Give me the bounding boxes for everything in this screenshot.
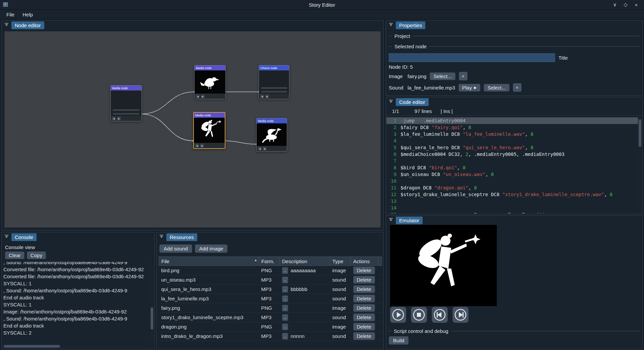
description-edit-button[interactable]: ..	[282, 324, 288, 330]
stop-button[interactable]	[411, 307, 427, 323]
node-next-icon[interactable]: ▶	[265, 95, 269, 98]
delete-button[interactable]: Delete	[353, 332, 375, 340]
resource-row[interactable]: bird.pngPNG..aaaaaaaaaimageDelete	[159, 266, 382, 275]
panel-title-code-editor[interactable]: Code editor	[396, 98, 429, 106]
console-dock-header[interactable]: Console	[2, 232, 155, 242]
image-select-button[interactable]: Select...	[430, 72, 455, 80]
resource-row[interactable]: un_oiseau.mp3MP3..soundDelete	[159, 275, 382, 285]
resource-row[interactable]: qui_sera_le_hero.mp3MP3..bbbbbbsoundDele…	[159, 285, 382, 294]
resource-row[interactable]: story1_drako_luminelle_sceptre.mp3MP3..s…	[159, 313, 382, 322]
resource-description-cell: ..	[280, 313, 330, 322]
resources-dock-header[interactable]: Resources	[157, 232, 383, 242]
image-clear-button[interactable]: ×	[459, 72, 468, 80]
console-vscroll-thumb[interactable]	[151, 307, 153, 330]
panel-title-properties[interactable]: Properties	[396, 21, 425, 29]
resource-type: sound	[330, 332, 351, 341]
maximize-button[interactable]: ◇	[621, 1, 631, 8]
node-start[interactable]: Media node◀▶	[110, 85, 142, 121]
resource-row[interactable]: intro_drako_le_dragon.mp3MP3..nnnnnsound…	[159, 332, 382, 341]
dock-detach-icon[interactable]	[4, 234, 9, 240]
script-control-group-label: Script control and debug	[391, 328, 451, 334]
node-prev-icon[interactable]: ◀	[260, 95, 264, 98]
image-value: fairy.png	[408, 73, 426, 79]
node-editor-dock-header[interactable]: Node editor	[2, 20, 383, 30]
menu-help[interactable]: Help	[19, 11, 37, 18]
resource-row[interactable]: fairy.pngPNG..imageDelete	[159, 303, 382, 313]
console-hscroll-thumb[interactable]	[4, 345, 60, 348]
properties-panel: Properties Project Selected node Title N…	[386, 20, 643, 96]
resource-row[interactable]: dragon.pngPNG..imageDelete	[159, 322, 382, 332]
delete-button[interactable]: Delete	[353, 285, 375, 293]
code-vertical-scrollbar[interactable]	[638, 117, 642, 213]
node-fairy[interactable]: Media node◀▶	[193, 112, 225, 149]
properties-dock-header[interactable]: Properties	[386, 20, 642, 30]
node-choice[interactable]: Choice node◀▶	[259, 65, 289, 99]
node-bird[interactable]: Media node◀▶	[194, 65, 226, 99]
delete-button[interactable]: Delete	[353, 313, 375, 321]
console-log-line: End of audio track	[3, 294, 149, 301]
description-edit-button[interactable]: ..	[282, 277, 288, 283]
resource-row[interactable]: la_fee_luminelle.mp3MP3..soundDelete	[159, 294, 382, 303]
delete-button[interactable]: Delete	[353, 267, 375, 274]
node-dragon[interactable]: Media node◀▶	[256, 118, 287, 152]
code-vscroll-thumb[interactable]	[639, 119, 641, 147]
panel-title-emulator[interactable]: Emulator	[396, 217, 423, 224]
play-button[interactable]	[390, 307, 406, 323]
add-image-button[interactable]: Add image	[195, 244, 228, 253]
column-header-file[interactable]: File▴	[159, 257, 259, 266]
column-header-description[interactable]: Description	[280, 257, 330, 266]
column-header-type[interactable]: Type	[330, 257, 351, 266]
node-prev-icon[interactable]: ◀	[112, 117, 116, 120]
delete-button[interactable]: Delete	[353, 276, 375, 284]
dock-detach-icon[interactable]	[159, 234, 164, 240]
node-next-icon[interactable]: ▶	[263, 147, 267, 151]
sound-select-button[interactable]: Select...	[484, 84, 509, 92]
node-next-icon[interactable]: ▶	[200, 144, 204, 148]
description-edit-button[interactable]: ..	[282, 305, 288, 311]
title-input[interactable]	[389, 53, 555, 62]
console-horizontal-scrollbar[interactable]	[3, 345, 149, 348]
description-edit-button[interactable]: ..	[282, 286, 288, 293]
dock-detach-icon[interactable]	[388, 217, 393, 223]
menu-file[interactable]: File	[3, 11, 18, 18]
description-edit-button[interactable]: ..	[282, 333, 288, 340]
add-sound-button[interactable]: Add sound	[159, 244, 192, 253]
description-edit-button[interactable]: ..	[282, 314, 288, 321]
panel-title-node-editor[interactable]: Node editor	[11, 21, 44, 29]
panel-title-console[interactable]: Console	[11, 233, 37, 241]
copy-button[interactable]: Copy	[27, 251, 46, 259]
node-graph-canvas[interactable]: Media node◀▶Media node◀▶Choice node◀▶Med…	[4, 31, 381, 228]
column-header-form[interactable]: Form.	[259, 257, 280, 266]
node-next-icon[interactable]: ▶	[117, 117, 121, 120]
sound-clear-button[interactable]: ×	[513, 83, 522, 92]
code-editor-dock-header[interactable]: Code editor	[386, 97, 642, 107]
column-header-actions[interactable]: Actions	[351, 257, 378, 266]
clear-button[interactable]: Clear	[5, 251, 24, 259]
dock-detach-icon[interactable]	[388, 99, 393, 105]
description-edit-button[interactable]: ..	[282, 267, 288, 274]
step-forward-button[interactable]	[452, 307, 469, 323]
node-prev-icon[interactable]: ◀	[196, 95, 200, 98]
sound-play-button[interactable]: Play ▶	[459, 84, 481, 92]
delete-button[interactable]: Delete	[353, 304, 375, 312]
dock-detach-icon[interactable]	[388, 22, 393, 28]
delete-button[interactable]: Delete	[353, 295, 375, 302]
panel-title-resources[interactable]: Resources	[166, 233, 197, 241]
node-next-icon[interactable]: ▶	[201, 95, 205, 98]
delete-button[interactable]: Delete	[353, 323, 375, 331]
description-edit-button[interactable]: ..	[282, 295, 288, 302]
step-forward-icon	[453, 307, 468, 323]
dock-detach-icon[interactable]	[4, 22, 9, 28]
build-button[interactable]: Build	[389, 336, 409, 345]
node-prev-icon[interactable]: ◀	[258, 147, 262, 151]
console-vertical-scrollbar[interactable]	[150, 262, 154, 343]
close-button[interactable]: ×	[631, 1, 641, 8]
step-back-button[interactable]	[432, 307, 448, 323]
node-prev-icon[interactable]: ◀	[195, 144, 199, 148]
title-bar[interactable]: Story Editor ∨◇×	[0, 0, 644, 10]
code-text-area[interactable]: 1–jump···.mediaEntry00042$fairy DC8 "fai…	[386, 117, 638, 214]
minimize-button[interactable]: ∨	[610, 1, 620, 8]
console-log[interactable]: , Sound: /home/anthony/ostproj/ba869e4b-…	[3, 262, 149, 343]
emulator-dock-header[interactable]: Emulator	[386, 216, 642, 225]
sound-value: la_fee_luminelle.mp3	[408, 85, 455, 91]
